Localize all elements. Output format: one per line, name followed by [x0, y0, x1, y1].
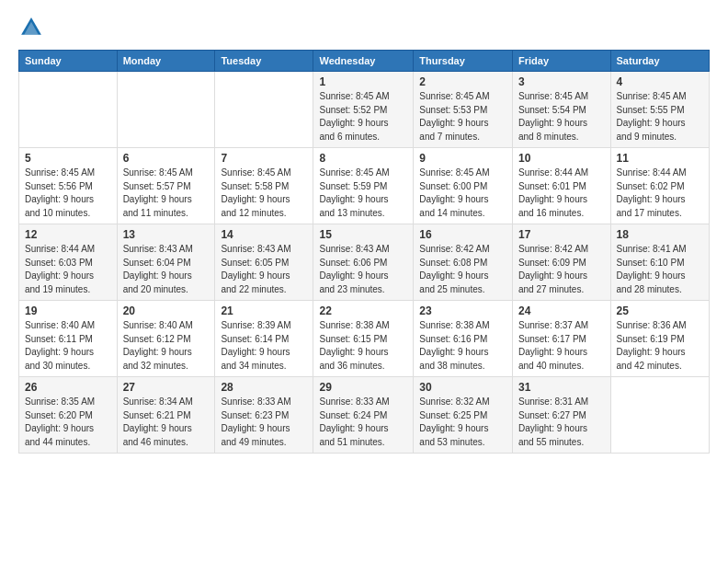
calendar-week: 5Sunrise: 8:45 AM Sunset: 5:56 PM Daylig… [19, 148, 710, 224]
calendar-cell: 13Sunrise: 8:43 AM Sunset: 6:04 PM Dayli… [117, 224, 215, 301]
day-info: Sunrise: 8:45 AM Sunset: 5:54 PM Dayligh… [518, 90, 605, 144]
calendar-cell [19, 72, 118, 148]
calendar-cell: 27Sunrise: 8:34 AM Sunset: 6:21 PM Dayli… [117, 377, 215, 454]
day-number: 10 [518, 152, 605, 165]
day-number: 6 [123, 152, 210, 165]
day-info: Sunrise: 8:43 AM Sunset: 6:04 PM Dayligh… [123, 243, 210, 296]
calendar-cell: 24Sunrise: 8:37 AM Sunset: 6:17 PM Dayli… [513, 301, 611, 377]
calendar-cell: 21Sunrise: 8:39 AM Sunset: 6:14 PM Dayli… [215, 301, 313, 377]
calendar-table: SundayMondayTuesdayWednesdayThursdayFrid… [18, 50, 710, 454]
day-number: 18 [617, 228, 703, 241]
day-info: Sunrise: 8:42 AM Sunset: 6:09 PM Dayligh… [518, 243, 605, 296]
day-number: 9 [419, 152, 506, 165]
day-info: Sunrise: 8:43 AM Sunset: 6:06 PM Dayligh… [319, 243, 407, 296]
calendar-cell: 12Sunrise: 8:44 AM Sunset: 6:03 PM Dayli… [19, 224, 118, 301]
day-info: Sunrise: 8:36 AM Sunset: 6:19 PM Dayligh… [617, 319, 703, 373]
day-info: Sunrise: 8:45 AM Sunset: 5:53 PM Dayligh… [419, 90, 506, 144]
calendar-cell: 2Sunrise: 8:45 AM Sunset: 5:53 PM Daylig… [414, 72, 513, 148]
logo-icon [18, 15, 44, 40]
day-info: Sunrise: 8:45 AM Sunset: 5:55 PM Dayligh… [617, 90, 703, 144]
day-number: 20 [123, 304, 210, 317]
calendar-cell [215, 72, 313, 148]
calendar-body: 1Sunrise: 8:45 AM Sunset: 5:52 PM Daylig… [19, 72, 710, 454]
day-number: 27 [123, 381, 210, 394]
calendar-cell: 10Sunrise: 8:44 AM Sunset: 6:01 PM Dayli… [513, 148, 611, 224]
calendar-cell: 7Sunrise: 8:45 AM Sunset: 5:58 PM Daylig… [215, 148, 313, 224]
logo [18, 15, 48, 40]
calendar-cell: 18Sunrise: 8:41 AM Sunset: 6:10 PM Dayli… [610, 224, 709, 301]
weekday-header: Wednesday [313, 51, 414, 72]
calendar-cell: 23Sunrise: 8:38 AM Sunset: 6:16 PM Dayli… [414, 301, 513, 377]
day-info: Sunrise: 8:44 AM Sunset: 6:02 PM Dayligh… [617, 167, 703, 220]
day-info: Sunrise: 8:39 AM Sunset: 6:14 PM Dayligh… [221, 319, 307, 373]
calendar-cell: 19Sunrise: 8:40 AM Sunset: 6:11 PM Dayli… [19, 301, 118, 377]
calendar-cell: 22Sunrise: 8:38 AM Sunset: 6:15 PM Dayli… [313, 301, 414, 377]
day-number: 7 [221, 152, 307, 165]
day-info: Sunrise: 8:38 AM Sunset: 6:15 PM Dayligh… [319, 319, 407, 373]
header [18, 15, 710, 40]
calendar-cell: 1Sunrise: 8:45 AM Sunset: 5:52 PM Daylig… [313, 72, 414, 148]
day-number: 28 [221, 381, 307, 394]
day-info: Sunrise: 8:44 AM Sunset: 6:03 PM Dayligh… [25, 243, 111, 296]
calendar-cell: 9Sunrise: 8:45 AM Sunset: 6:00 PM Daylig… [414, 148, 513, 224]
day-info: Sunrise: 8:40 AM Sunset: 6:11 PM Dayligh… [25, 319, 111, 373]
calendar-cell: 14Sunrise: 8:43 AM Sunset: 6:05 PM Dayli… [215, 224, 313, 301]
day-info: Sunrise: 8:42 AM Sunset: 6:08 PM Dayligh… [419, 243, 506, 296]
day-info: Sunrise: 8:44 AM Sunset: 6:01 PM Dayligh… [518, 167, 605, 220]
day-number: 12 [25, 228, 111, 241]
day-number: 30 [419, 381, 506, 394]
calendar-cell: 30Sunrise: 8:32 AM Sunset: 6:25 PM Dayli… [414, 377, 513, 454]
calendar-cell: 31Sunrise: 8:31 AM Sunset: 6:27 PM Dayli… [513, 377, 611, 454]
calendar-cell [610, 377, 709, 454]
day-info: Sunrise: 8:45 AM Sunset: 5:59 PM Dayligh… [319, 167, 407, 220]
day-number: 24 [518, 304, 605, 317]
calendar-week: 19Sunrise: 8:40 AM Sunset: 6:11 PM Dayli… [19, 301, 710, 377]
calendar-cell: 3Sunrise: 8:45 AM Sunset: 5:54 PM Daylig… [513, 72, 611, 148]
day-number: 29 [319, 381, 407, 394]
day-number: 16 [419, 228, 506, 241]
weekday-header: Saturday [610, 51, 709, 72]
calendar-cell: 6Sunrise: 8:45 AM Sunset: 5:57 PM Daylig… [117, 148, 215, 224]
day-info: Sunrise: 8:45 AM Sunset: 5:56 PM Dayligh… [25, 167, 111, 220]
day-number: 2 [419, 75, 506, 88]
day-number: 8 [319, 152, 407, 165]
calendar-cell: 15Sunrise: 8:43 AM Sunset: 6:06 PM Dayli… [313, 224, 414, 301]
day-number: 22 [319, 304, 407, 317]
day-info: Sunrise: 8:32 AM Sunset: 6:25 PM Dayligh… [419, 396, 506, 449]
day-info: Sunrise: 8:45 AM Sunset: 5:58 PM Dayligh… [221, 167, 307, 220]
weekday-row: SundayMondayTuesdayWednesdayThursdayFrid… [19, 51, 710, 72]
day-number: 31 [518, 381, 605, 394]
day-info: Sunrise: 8:45 AM Sunset: 5:57 PM Dayligh… [123, 167, 210, 220]
day-info: Sunrise: 8:31 AM Sunset: 6:27 PM Dayligh… [518, 396, 605, 449]
day-number: 26 [25, 381, 111, 394]
weekday-header: Tuesday [215, 51, 313, 72]
day-info: Sunrise: 8:34 AM Sunset: 6:21 PM Dayligh… [123, 396, 210, 449]
day-info: Sunrise: 8:37 AM Sunset: 6:17 PM Dayligh… [518, 319, 605, 373]
day-info: Sunrise: 8:33 AM Sunset: 6:23 PM Dayligh… [221, 396, 307, 449]
weekday-header: Monday [117, 51, 215, 72]
calendar-cell: 17Sunrise: 8:42 AM Sunset: 6:09 PM Dayli… [513, 224, 611, 301]
day-number: 3 [518, 75, 605, 88]
day-number: 25 [617, 304, 703, 317]
calendar-cell: 8Sunrise: 8:45 AM Sunset: 5:59 PM Daylig… [313, 148, 414, 224]
weekday-header: Sunday [19, 51, 118, 72]
day-number: 15 [319, 228, 407, 241]
day-number: 17 [518, 228, 605, 241]
calendar-cell: 11Sunrise: 8:44 AM Sunset: 6:02 PM Dayli… [610, 148, 709, 224]
day-number: 13 [123, 228, 210, 241]
page: SundayMondayTuesdayWednesdayThursdayFrid… [0, 0, 728, 563]
day-number: 11 [617, 152, 703, 165]
calendar-week: 26Sunrise: 8:35 AM Sunset: 6:20 PM Dayli… [19, 377, 710, 454]
calendar-week: 1Sunrise: 8:45 AM Sunset: 5:52 PM Daylig… [19, 72, 710, 148]
day-info: Sunrise: 8:38 AM Sunset: 6:16 PM Dayligh… [419, 319, 506, 373]
weekday-header: Friday [513, 51, 611, 72]
calendar-cell: 25Sunrise: 8:36 AM Sunset: 6:19 PM Dayli… [610, 301, 709, 377]
day-info: Sunrise: 8:33 AM Sunset: 6:24 PM Dayligh… [319, 396, 407, 449]
day-number: 1 [319, 75, 407, 88]
weekday-header: Thursday [414, 51, 513, 72]
day-number: 23 [419, 304, 506, 317]
calendar-cell: 29Sunrise: 8:33 AM Sunset: 6:24 PM Dayli… [313, 377, 414, 454]
day-number: 14 [221, 228, 307, 241]
day-info: Sunrise: 8:43 AM Sunset: 6:05 PM Dayligh… [221, 243, 307, 296]
day-number: 19 [25, 304, 111, 317]
